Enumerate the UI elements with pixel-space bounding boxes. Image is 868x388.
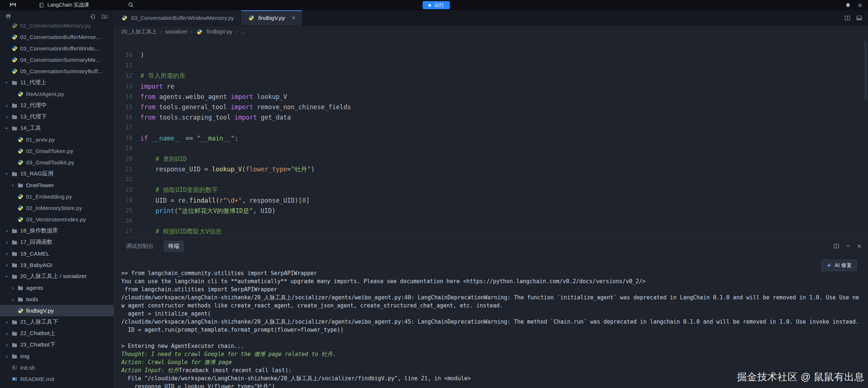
breadcrumb-separator-icon: › <box>191 29 193 35</box>
folder-icon <box>17 297 24 302</box>
breadcrumb-item[interactable]: ... <box>241 29 245 35</box>
terminal-line: ID = agent.run(prompt_template.format_pr… <box>121 326 865 334</box>
notifications-icon[interactable] <box>845 3 851 8</box>
terminal-line: Action: Crawl Google for 微博 page <box>121 358 865 366</box>
file-item[interactable]: ›OneFlower <box>0 179 114 191</box>
file-item[interactable]: ›13_代理下 <box>0 111 114 122</box>
file-item[interactable]: 02_ConversationBufferMemor... <box>0 31 114 43</box>
file-item[interactable]: 03_ConversationBufferWindo... <box>0 43 114 54</box>
file-name: 21_人脉工具下 <box>20 318 58 326</box>
file-item[interactable]: MREADME.md <box>0 373 114 385</box>
tabbar-icons <box>844 10 862 26</box>
chevron-down-icon: › <box>4 171 10 177</box>
breadcrumb-item[interactable]: findbigV.py <box>207 29 232 35</box>
workspace-switcher[interactable]: LangChain 实战课 <box>39 0 89 10</box>
split-terminal-icon[interactable] <box>833 243 839 249</box>
file-item[interactable]: ›14_工具 <box>0 122 114 134</box>
file-item[interactable]: ›tools <box>0 293 114 305</box>
panel-tab[interactable]: 终端 <box>164 241 184 252</box>
py-file-icon <box>17 91 24 97</box>
search-icon[interactable] <box>128 2 134 8</box>
editor-scrollbar[interactable] <box>864 41 867 100</box>
file-item[interactable]: ›19_BabyAGI <box>0 259 114 271</box>
file-item[interactable]: 04_ConversationSummaryMe... <box>0 54 114 65</box>
file-item[interactable]: 03_GmailToolkit.py <box>0 157 114 168</box>
line-number: 10 <box>114 50 140 60</box>
code-line: 27 # 根据UID爬取大V信息 <box>114 226 864 236</box>
file-item[interactable]: $init.sh <box>0 362 114 373</box>
chevron-right-icon: › <box>4 102 10 108</box>
file-item[interactable]: ›12_代理中 <box>0 100 114 111</box>
code-line: 24 UID = re.findall(r"\d+", response_UID… <box>114 195 864 206</box>
new-file-icon[interactable] <box>90 14 96 19</box>
editor-tab[interactable]: findbigV.py× <box>241 10 302 25</box>
file-item[interactable]: ›23_Chatbot下 <box>0 339 114 350</box>
file-name: 13_代理下 <box>20 113 47 121</box>
close-tab-icon[interactable]: × <box>292 15 295 21</box>
file-item[interactable]: ›15_RAG应用 <box>0 168 114 179</box>
file-item[interactable]: 05_ConversationSummaryBuff... <box>0 65 114 77</box>
editor-tab-bar: 03_ConversationBufferWindowMemory.pyfind… <box>114 10 868 26</box>
terminal-line: Thought: I need to crawl Google for the … <box>121 350 865 358</box>
line-number: 25 <box>114 206 140 216</box>
code-text: from agents.weibo_agent import lookup_V <box>140 92 287 102</box>
code-line: 22 <box>114 174 864 185</box>
file-item[interactable]: 01_ConversationMemory.py <box>0 23 114 31</box>
file-item[interactable]: ReActAgent.py <box>0 88 114 100</box>
file-item[interactable]: ›img <box>0 350 114 362</box>
code-editor[interactable]: 10)1112# 导入所需的库13import re14from agents.… <box>114 38 864 237</box>
file-item[interactable]: findbigV.py <box>0 305 114 316</box>
breadcrumb-item[interactable]: 20_人脉工具上 <box>121 28 157 35</box>
explorer-title: 件 <box>6 13 11 20</box>
terminal-line: /cloudide/workspace/LangChain-shizhanke/… <box>121 318 865 326</box>
toggle-panel-icon[interactable] <box>856 15 862 21</box>
code-text: # 根据UID爬取大V信息 <box>140 226 222 236</box>
editor-tab[interactable]: 03_ConversationBufferWindowMemory.py <box>114 10 241 25</box>
file-item[interactable]: ›18_CAMEL <box>0 248 114 259</box>
file-item[interactable]: ›22_Chatbot上 <box>0 328 114 339</box>
file-item[interactable]: ›20_人脉工具上 / socializer <box>0 271 114 282</box>
run-button[interactable]: 运行 <box>423 1 450 9</box>
breadcrumb: 20_人脉工具上›socializer›findbigV.py›... <box>114 26 868 38</box>
file-name: 03_ConversationBufferWindo... <box>20 45 99 52</box>
folder-icon <box>11 320 18 325</box>
file-item[interactable]: ›21_人脉工具下 <box>0 316 114 328</box>
terminal-output[interactable]: >> from langchain_community.utilities im… <box>114 254 868 388</box>
file-item[interactable]: ›17_回调函数 <box>0 236 114 248</box>
app-logo-icon[interactable] <box>10 2 16 8</box>
line-number: 12 <box>114 71 140 81</box>
split-editor-icon[interactable] <box>844 15 850 21</box>
code-text: response_UID = lookup_V(flower_type="牡丹"… <box>140 164 315 174</box>
panel-tab[interactable]: 调试控制台 <box>121 241 158 252</box>
file-item[interactable]: ›11_代理上 <box>0 77 114 88</box>
file-item[interactable]: 01_arxiv.py <box>0 134 114 145</box>
file-item[interactable]: 02_GmailToken.py <box>0 145 114 157</box>
line-number: 21 <box>114 164 140 174</box>
terminal-line: >> from langchain_community.utilities im… <box>121 269 865 277</box>
file-item[interactable]: requirements.txt <box>0 385 114 388</box>
chevron-right-icon: › <box>4 330 10 337</box>
maximize-panel-icon[interactable] <box>846 243 851 249</box>
chevron-right-icon: › <box>4 239 10 245</box>
new-folder-icon[interactable] <box>102 14 108 19</box>
file-name: 20_人脉工具上 / socializer <box>20 273 87 280</box>
file-item[interactable]: 02_InMemoryStore.py <box>0 202 114 214</box>
file-item[interactable]: 03_VectorstoreIndex.py <box>0 214 114 225</box>
py-file-icon <box>17 148 24 154</box>
code-line: 20 # 拿到UID <box>114 154 864 164</box>
explorer-sidebar: 件 01_ConversationMemory.py02_Conversatio… <box>0 10 114 388</box>
close-panel-icon[interactable]: × <box>857 242 861 250</box>
ai-fix-button[interactable]: AI 修复 <box>821 260 857 271</box>
file-name: 23_Chatbot下 <box>20 341 55 349</box>
file-item[interactable]: ›16_操作数据库 <box>0 225 114 236</box>
code-line: 10) <box>114 50 864 60</box>
python-file-icon <box>197 29 202 35</box>
folder-icon <box>11 228 18 234</box>
file-item[interactable]: 01_Embedding.py <box>0 191 114 202</box>
file-item[interactable]: ›agents <box>0 282 114 293</box>
bottom-panel: 调试控制台终端 × AI 修复 >> from langchain_commun… <box>114 237 868 388</box>
settings-icon[interactable] <box>857 3 863 8</box>
terminal-line: > Entering new AgentExecutor chain... <box>121 342 865 350</box>
breadcrumb-item[interactable]: socializer <box>165 29 187 35</box>
code-text: ) <box>140 50 144 60</box>
